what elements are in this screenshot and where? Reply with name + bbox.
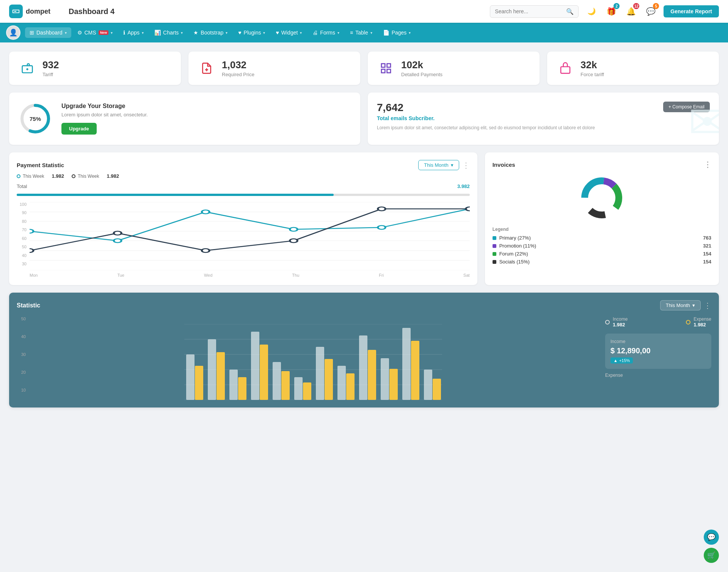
gift-badge: 2: [613, 3, 620, 9]
upgrade-button[interactable]: Upgrade: [61, 123, 97, 135]
svg-rect-44: [195, 366, 203, 400]
invoices-title: Invoices ⋮: [493, 160, 711, 169]
email-card-header: 7,642 Total emails Subcriber. Lorem ipsu…: [377, 102, 710, 131]
storage-title: Upgrade Your Storage: [61, 103, 148, 110]
chart-row: Payment Statistic This Month ▾ ⋮ This We…: [9, 152, 719, 285]
bar-chart-svg: [29, 324, 598, 400]
invoices-card: Invoices ⋮ Legend: [485, 152, 719, 285]
promotion-label: Promotion (11%): [499, 243, 537, 249]
total-value: 3.982: [457, 183, 470, 189]
promotion-count: 321: [703, 243, 711, 249]
svg-rect-56: [325, 359, 333, 400]
svg-rect-8: [387, 69, 391, 73]
expense-info: Expense 1.982: [693, 317, 711, 328]
nav-item-dashboard[interactable]: ⊞ Dashboard ▾: [25, 27, 71, 38]
progress-bar-fill: [17, 194, 334, 196]
gift-icon[interactable]: 🎁 2: [604, 5, 618, 18]
tariff-info: 932 Tariff: [42, 59, 59, 77]
force-tariff-info: 32k Force tariff: [581, 59, 604, 77]
legend-promotion: Promotion (11%) 321: [493, 243, 711, 249]
legend-item-2: This Week: [72, 173, 99, 179]
nav-item-bootstrap[interactable]: ★ Bootstrap ▾: [189, 27, 232, 38]
expense-item: Expense 1.982: [686, 317, 711, 328]
y-axis-labels: 10090807060504030: [17, 202, 28, 266]
progress-label: 75%: [30, 116, 41, 122]
chat-icon[interactable]: 💬 5: [644, 5, 657, 18]
forum-label: Forum (22%): [499, 251, 528, 257]
chevron-down-icon: ▾: [409, 31, 411, 35]
nav-item-charts[interactable]: 📊 Charts ▾: [150, 27, 187, 38]
nav-item-pages[interactable]: 📄 Pages ▾: [378, 27, 416, 38]
svg-rect-60: [368, 350, 376, 400]
statistic-month-button[interactable]: This Month ▾: [660, 300, 701, 310]
primary-color: [493, 236, 496, 240]
required-price-info: 1,032 Required Price: [222, 59, 254, 77]
tariff-label: Tariff: [42, 72, 59, 77]
svg-rect-50: [260, 345, 268, 400]
widget-icon: ♥: [276, 30, 279, 36]
middle-row: 75% Upgrade Your Storage Lorem ipsum dol…: [9, 92, 719, 145]
search-input[interactable]: [495, 8, 563, 14]
email-background-icon: ✉: [688, 96, 719, 145]
stat-card-tariff: 932 Tariff: [9, 52, 181, 85]
statistic-more-options[interactable]: ⋮: [704, 301, 711, 310]
notification-icon[interactable]: 🔔 12: [624, 5, 638, 18]
nav-item-widget[interactable]: ♥ Widget ▾: [271, 27, 306, 38]
chevron-down-icon: ▾: [692, 302, 695, 308]
stats-row: 932 Tariff 1,032 Required Price 102k Det…: [9, 52, 719, 85]
generate-report-button[interactable]: Generate Report: [664, 5, 719, 17]
apps-icon: ℹ: [123, 30, 125, 36]
force-tariff-label: Force tariff: [581, 72, 604, 77]
stat-card-payments: 102k Detalled Payments: [368, 52, 540, 85]
socials-count: 154: [703, 259, 711, 265]
invoices-more-options[interactable]: ⋮: [704, 160, 711, 169]
required-price-label: Required Price: [222, 72, 254, 77]
line-chart-svg: [30, 202, 470, 270]
more-options-icon[interactable]: ⋮: [462, 161, 470, 170]
nav-item-forms[interactable]: 🖨 Forms ▾: [308, 27, 344, 38]
legend-section: Legend Primary (27%) 763 Promotion (11%)…: [493, 227, 711, 265]
header: dompet Dashboard 4 🔍 🌙 🎁 2 🔔 12 💬 5 Gene…: [0, 0, 728, 23]
search-icon: 🔍: [566, 8, 574, 15]
income-expense-panel: Income 1.982 Expense 1.982 Income $: [605, 317, 711, 400]
svg-rect-5: [381, 64, 385, 67]
svg-rect-47: [229, 370, 238, 400]
chevron-down-icon: ▾: [263, 31, 265, 35]
svg-rect-62: [389, 369, 398, 400]
svg-rect-43: [186, 354, 195, 400]
chevron-down-icon: ▾: [451, 162, 453, 168]
nav-item-cms[interactable]: ⚙ CMS New ▾: [73, 27, 118, 38]
plugins-icon: ♥: [238, 30, 241, 36]
svg-rect-64: [411, 341, 419, 400]
primary-count: 763: [703, 235, 711, 241]
forum-color: [493, 252, 496, 256]
search-box[interactable]: 🔍: [490, 5, 579, 18]
force-tariff-value: 32k: [581, 59, 604, 71]
theme-toggle[interactable]: 🌙: [585, 5, 598, 18]
chevron-down-icon: ▾: [181, 31, 183, 35]
logo-icon: [9, 5, 23, 18]
svg-point-26: [30, 249, 33, 252]
expense-value: 1.982: [693, 322, 711, 328]
main-content: 932 Tariff 1,032 Required Price 102k Det…: [0, 42, 728, 417]
nav-item-plugins[interactable]: ♥ Plugins ▾: [234, 27, 270, 38]
x-axis-labels: MonTueWedThuFriSat: [30, 273, 470, 277]
nav-item-apps[interactable]: ℹ Apps ▾: [119, 27, 148, 38]
statistic-section: Statistic This Month ▾ ⋮ 5040302010: [9, 293, 719, 407]
expense-section-label: Expense: [605, 373, 711, 378]
nav-item-table[interactable]: ≡ Table ▾: [345, 27, 377, 38]
legend-label-2: This Week: [78, 174, 99, 179]
pages-icon: 📄: [383, 30, 389, 36]
svg-rect-45: [208, 339, 216, 400]
tariff-icon: [18, 59, 36, 77]
svg-point-20: [30, 229, 33, 233]
chart-header: Payment Statistic This Month ▾ ⋮: [17, 160, 470, 170]
this-month-button[interactable]: This Month ▾: [418, 160, 459, 170]
payments-icon: [377, 59, 395, 77]
chevron-down-icon: ▾: [65, 31, 67, 35]
svg-point-23: [290, 227, 297, 231]
legend-dot-2: [72, 174, 75, 178]
svg-rect-54: [303, 382, 311, 400]
legend-primary: Primary (27%) 763: [493, 235, 711, 241]
chevron-down-icon: ▾: [226, 31, 228, 35]
